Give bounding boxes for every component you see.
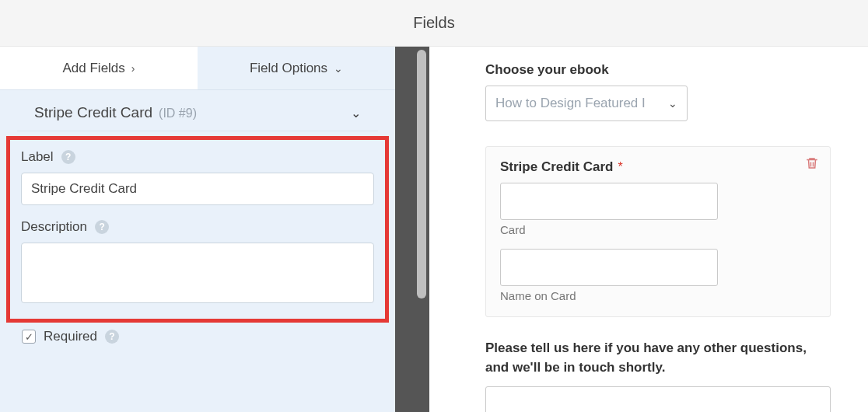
page-title: Fields — [413, 14, 454, 32]
label-row: Label ? — [21, 149, 374, 165]
credit-card-block: Stripe Credit Card * Card Name on Card — [485, 146, 831, 317]
name-on-card-input[interactable] — [500, 249, 718, 286]
name-on-card-sublabel: Name on Card — [500, 289, 816, 302]
scroll-strip — [395, 47, 429, 412]
highlighted-settings: Label ? Description ? — [6, 136, 389, 323]
required-star-icon: * — [618, 160, 622, 174]
required-checkbox[interactable]: ✓ — [22, 330, 36, 344]
left-panel: Add Fields › Field Options ⌄ Stripe Cred… — [0, 47, 395, 412]
field-id: (ID #9) — [159, 106, 197, 120]
help-icon[interactable]: ? — [95, 220, 109, 234]
card-sublabel: Card — [500, 223, 816, 236]
chevron-down-icon[interactable]: ⌄ — [351, 106, 361, 120]
field-title: Stripe Credit Card — [34, 104, 152, 121]
ebook-selected-value: How to Design Featured I — [495, 96, 646, 111]
description-input[interactable] — [21, 243, 374, 303]
chevron-down-icon: ⌄ — [334, 62, 343, 75]
description-title: Description — [21, 219, 87, 235]
cc-label: Stripe Credit Card — [500, 159, 613, 175]
preview-panel: Choose your ebook How to Design Featured… — [429, 47, 868, 412]
cc-label-row: Stripe Credit Card * — [500, 159, 816, 175]
tab-add-fields[interactable]: Add Fields › — [0, 47, 198, 89]
field-header[interactable]: Stripe Credit Card (ID #9) ⌄ — [17, 90, 378, 131]
required-row: ✓ Required ? — [0, 329, 395, 349]
workarea: Add Fields › Field Options ⌄ Stripe Cred… — [0, 47, 868, 412]
tab-field-options-label: Field Options — [250, 61, 327, 76]
scroll-thumb[interactable] — [417, 50, 426, 299]
label-title: Label — [21, 149, 54, 165]
card-input[interactable] — [500, 183, 718, 220]
tab-add-fields-label: Add Fields — [63, 61, 125, 76]
question-heading: Please tell us here if you have any othe… — [485, 339, 831, 377]
trash-icon[interactable] — [803, 155, 821, 172]
help-icon[interactable]: ? — [61, 150, 75, 164]
required-label: Required — [44, 329, 97, 344]
question-block: Please tell us here if you have any othe… — [485, 339, 831, 412]
topbar: Fields — [0, 0, 868, 47]
question-input[interactable] — [485, 386, 831, 412]
ebook-heading: Choose your ebook — [485, 62, 831, 78]
tabs: Add Fields › Field Options ⌄ — [0, 47, 395, 90]
ebook-block: Choose your ebook How to Design Featured… — [485, 62, 831, 121]
chevron-down-icon: ⌄ — [668, 97, 677, 110]
field-header-left: Stripe Credit Card (ID #9) — [34, 104, 197, 121]
tab-field-options[interactable]: Field Options ⌄ — [198, 47, 395, 89]
label-input[interactable] — [21, 173, 374, 205]
form-group-label: Label ? — [21, 149, 374, 205]
help-icon[interactable]: ? — [105, 330, 119, 344]
ebook-select[interactable]: How to Design Featured I ⌄ — [485, 86, 688, 121]
description-row: Description ? — [21, 219, 374, 235]
form-group-description: Description ? — [21, 219, 374, 306]
chevron-right-icon: › — [131, 62, 135, 75]
